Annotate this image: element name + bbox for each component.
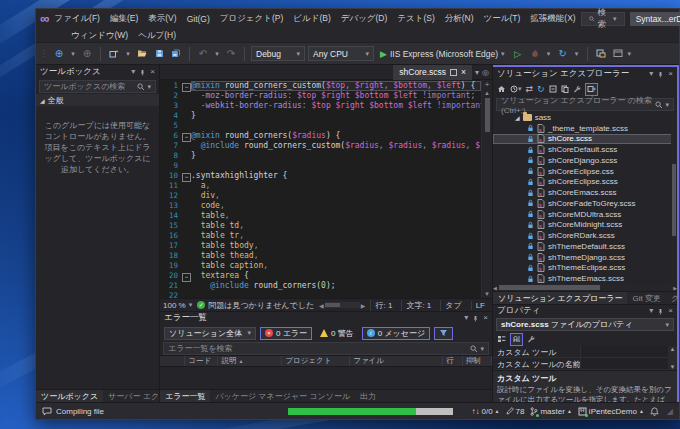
code-line[interactable]: 4} <box>160 111 481 121</box>
feedback-status[interactable]: Compiling file <box>42 407 104 416</box>
code-line[interactable]: 2 -moz-border-radius: $top $right $botto… <box>160 91 481 101</box>
save-all-icon[interactable] <box>169 46 183 62</box>
menu-item[interactable]: テスト(S) <box>392 11 439 27</box>
scroll-up-icon[interactable]: ▲ <box>670 346 676 352</box>
save-icon[interactable] <box>152 46 166 62</box>
bottom-tab[interactable]: 出力 <box>355 390 381 402</box>
close-icon[interactable]: × <box>150 68 155 76</box>
code-line[interactable]: 10.syntaxhighlighter { <box>160 171 481 181</box>
scrollbar-thumb[interactable] <box>499 285 600 290</box>
menu-item[interactable]: ファイル(F) <box>49 11 105 27</box>
code-line[interactable]: 16 table tr, <box>160 231 481 241</box>
repository-indicator[interactable]: iPentecDemo ▲ <box>578 407 644 416</box>
code-line[interactable]: 9 <box>160 161 481 171</box>
fold-marker-icon[interactable] <box>182 131 191 141</box>
toolbar-overflow-icon[interactable]: ▾ <box>628 50 632 58</box>
code-line[interactable]: 7 @include round_corners_custom($radius,… <box>160 141 481 151</box>
find-in-files-icon[interactable] <box>594 46 608 62</box>
menu-item[interactable]: ビルド(B) <box>288 11 335 27</box>
bottom-tab[interactable]: パッケージ マネージャー コンソール <box>210 390 355 402</box>
code-line[interactable]: 15 table td, <box>160 221 481 231</box>
property-row[interactable]: カスタム ツール <box>493 346 668 358</box>
messages-filter-button[interactable]: i 0 メッセージ <box>362 327 430 340</box>
navigate-forward-icon[interactable]: ⊕ <box>80 46 94 62</box>
error-column-6[interactable]: 抑制 <box>463 356 492 366</box>
pin-icon[interactable] <box>657 308 664 315</box>
active-files-dropdown-icon[interactable]: ▾ <box>475 68 479 77</box>
menu-item[interactable]: ツール(T) <box>479 11 526 27</box>
caret-column-indicator[interactable]: 文字: 1 <box>401 300 435 311</box>
menu-item[interactable]: 拡張機能(X) <box>525 11 580 27</box>
chevron-down-icon[interactable]: ▾ <box>573 46 581 62</box>
fold-marker-icon[interactable] <box>182 81 191 91</box>
indent-mode-indicator[interactable]: タブ <box>440 300 465 311</box>
error-column-5[interactable]: 行 <box>443 356 463 366</box>
notifications-bell-icon[interactable] <box>650 407 659 416</box>
tree-item-_theme_template.scss[interactable]: s_theme_template.scss <box>493 123 677 134</box>
branch-indicator[interactable]: master ▲ <box>530 407 571 416</box>
property-value[interactable] <box>581 358 668 369</box>
close-icon[interactable]: × <box>668 307 673 315</box>
solution-name-badge[interactable]: Syntax...erDemo <box>630 12 680 26</box>
editor-horizontal-scrollbar[interactable]: ◀ ▶ <box>319 302 365 309</box>
resize-grip[interactable]: ◢ <box>667 407 673 416</box>
error-column-4[interactable]: ファイル <box>350 356 443 366</box>
window-position-icon[interactable]: ▾ <box>464 314 468 322</box>
close-icon[interactable]: × <box>668 70 673 78</box>
start-debugging-button[interactable]: ▶ IIS Express (Microsoft Edge) ▾ <box>377 49 508 59</box>
close-icon[interactable]: × <box>483 314 488 322</box>
scroll-left-icon[interactable]: ◀ <box>493 285 497 291</box>
navigate-back-icon[interactable]: ⊕ <box>52 46 66 62</box>
error-column-3[interactable]: プロジェクト <box>282 356 350 366</box>
tree-folder-sass[interactable]: ◢sass <box>493 112 677 123</box>
scroll-left-icon[interactable]: ◀ <box>319 302 324 309</box>
pin-icon[interactable] <box>657 71 664 78</box>
expander-icon[interactable]: ◢ <box>515 114 520 121</box>
errors-filter-button[interactable]: × 0 エラー <box>260 327 312 340</box>
quick-search-box[interactable]: 検索 ▾ <box>581 12 625 26</box>
window-position-icon[interactable]: ▾ <box>131 68 135 76</box>
menu-item[interactable]: 編集(E) <box>105 11 143 27</box>
tree-item-shCoreDefault.scss[interactable]: sshCoreDefault.scss <box>493 144 677 155</box>
code-line[interactable]: 20 textarea { <box>160 271 481 281</box>
tree-item-shCore.scss[interactable]: sshCore.scss <box>493 134 677 145</box>
scroll-up-icon[interactable]: ▲ <box>484 89 490 97</box>
tree-item-shCoreMDUltra.scss[interactable]: sshCoreMDUltra.scss <box>493 209 677 220</box>
solution-explorer-search-input[interactable]: ソリューション エクスプローラー の検索 (Ctrl+;) ▾ <box>496 98 674 111</box>
document-health-indicator[interactable]: ✓ 問題は見つかりませんでした <box>197 300 314 311</box>
fold-marker-icon[interactable] <box>182 271 191 281</box>
code-line[interactable]: 21 @include round_corners(0); <box>160 281 481 291</box>
filter-button[interactable] <box>434 327 453 340</box>
tree-item-shCoreMidnight.scss[interactable]: sshCoreMidnight.scss <box>493 220 677 231</box>
scroll-down-icon[interactable]: ▼ <box>484 290 490 298</box>
scrollbar-thumb[interactable] <box>325 303 340 307</box>
tree-item-shCoreDjango.scss[interactable]: sshCoreDjango.scss <box>493 155 677 166</box>
code-line[interactable]: 3 -webkit-border-radius: $top $right $bo… <box>160 101 481 111</box>
menu-item[interactable]: 分析(N) <box>440 11 479 27</box>
solution-explorer-tab[interactable]: Git 変更 <box>627 292 665 304</box>
pin-icon[interactable] <box>472 315 479 322</box>
solution-platform-dropdown[interactable]: Any CPU▾ <box>308 46 374 61</box>
code-line[interactable]: 22 <box>160 291 481 298</box>
restart-icon[interactable]: ↻ <box>556 46 570 62</box>
pending-edits-indicator[interactable]: 78 <box>506 407 525 416</box>
code-line[interactable]: 14 table, <box>160 211 481 221</box>
tree-item-shCoreFadeToGrey.scss[interactable]: sshCoreFadeToGrey.scss <box>493 198 677 209</box>
fold-marker-icon[interactable] <box>182 171 191 181</box>
tab-options-icon[interactable]: ◎ <box>482 68 489 77</box>
error-scope-dropdown[interactable]: ソリューション全体 ▾ <box>164 327 256 340</box>
toolbox-section-general[interactable]: ◢ 全般 <box>36 94 159 106</box>
start-without-debugging-icon[interactable]: ▷ <box>511 46 525 62</box>
property-pages-wrench-icon[interactable] <box>527 333 535 346</box>
property-row[interactable]: カスタム ツールの名前空 <box>493 358 668 370</box>
code-line[interactable]: 6@mixin round_corners($radius) { <box>160 131 481 141</box>
watch-window-icon[interactable] <box>611 46 625 62</box>
alphabetical-sort-icon[interactable] <box>510 333 523 346</box>
open-folder-icon[interactable] <box>135 46 149 62</box>
close-tab-icon[interactable]: × <box>461 67 466 77</box>
chevron-down-icon[interactable]: ▾ <box>213 46 221 62</box>
code-line[interactable]: 1@mixin round_corners_custom($top, $righ… <box>160 81 481 91</box>
error-column-2[interactable]: 説明▲ <box>218 356 282 366</box>
document-tab-shcore[interactable]: shCore.scss × <box>393 65 472 80</box>
scrollbar-thumb[interactable] <box>672 164 676 236</box>
